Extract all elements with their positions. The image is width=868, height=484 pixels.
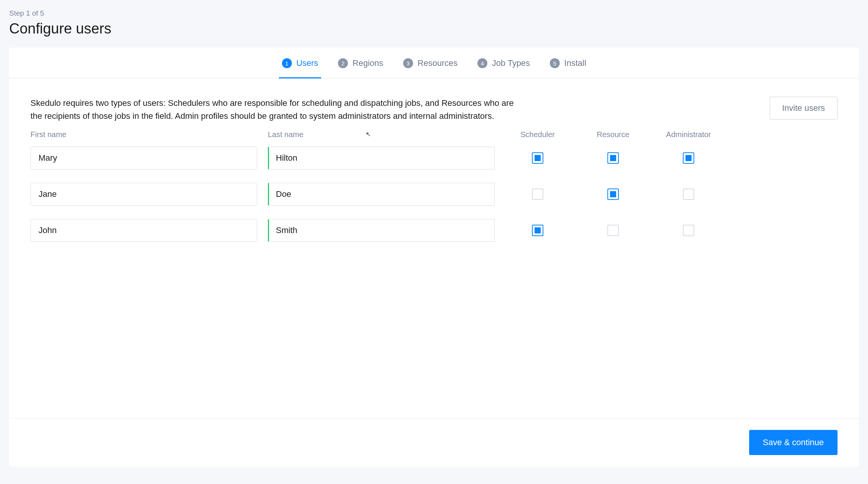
content-header: Skedulo requires two types of users: Sch… (30, 97, 838, 123)
resource-checkbox[interactable] (607, 152, 619, 164)
resource-checkbox[interactable] (607, 225, 619, 236)
tab-resources[interactable]: 3 Resources (400, 57, 461, 78)
scheduler-checkbox[interactable] (532, 188, 543, 200)
tab-label: Regions (352, 58, 383, 68)
invite-users-button[interactable]: Invite users (770, 97, 838, 120)
tab-label: Install (564, 58, 586, 68)
last-name-input[interactable] (268, 147, 495, 169)
step-indicator: Step 1 of 5 (9, 9, 859, 18)
tab-number-icon: 1 (282, 58, 292, 68)
first-name-input[interactable] (30, 183, 257, 206)
administrator-checkbox[interactable] (683, 152, 694, 164)
tab-number-icon: 5 (550, 58, 560, 68)
content-area: Skedulo requires two types of users: Sch… (9, 78, 859, 418)
tab-number-icon: 3 (403, 58, 413, 68)
first-name-input[interactable] (30, 219, 257, 242)
tab-label: Users (296, 58, 318, 68)
administrator-checkbox[interactable] (683, 225, 694, 236)
scheduler-checkbox[interactable] (532, 225, 543, 236)
tab-users[interactable]: 1 Users (279, 57, 321, 78)
tab-install[interactable]: 5 Install (547, 57, 589, 78)
column-header-administrator: Administrator (656, 123, 721, 142)
first-name-input[interactable] (30, 147, 257, 169)
last-name-input[interactable] (268, 183, 495, 206)
save-continue-button[interactable]: Save & continue (749, 430, 838, 455)
tab-regions[interactable]: 2 Regions (335, 57, 386, 78)
wizard-tabs: 1 Users 2 Regions 3 Resources 4 Job Type… (9, 48, 859, 78)
main-panel: 1 Users 2 Regions 3 Resources 4 Job Type… (9, 48, 859, 466)
column-header-resource: Resource (581, 123, 645, 142)
tab-number-icon: 2 (338, 58, 348, 68)
page-title: Configure users (9, 21, 859, 37)
column-header-scheduler: Scheduler (505, 123, 570, 142)
column-header-first-name: First name (30, 123, 257, 142)
tab-label: Job Types (492, 58, 530, 68)
scheduler-checkbox[interactable] (532, 152, 543, 164)
resource-checkbox[interactable] (607, 188, 619, 200)
page-header: Step 1 of 5 Configure users (0, 0, 868, 42)
tab-job-types[interactable]: 4 Job Types (474, 57, 533, 78)
tab-number-icon: 4 (477, 58, 487, 68)
panel-footer: Save & continue (9, 418, 859, 466)
administrator-checkbox[interactable] (683, 188, 694, 200)
description-text: Skedulo requires two types of users: Sch… (30, 97, 526, 123)
users-grid: First name Last name Scheduler Resource … (30, 123, 838, 242)
last-name-input[interactable] (268, 219, 495, 242)
column-header-last-name: Last name (268, 123, 495, 142)
tab-label: Resources (418, 58, 458, 68)
